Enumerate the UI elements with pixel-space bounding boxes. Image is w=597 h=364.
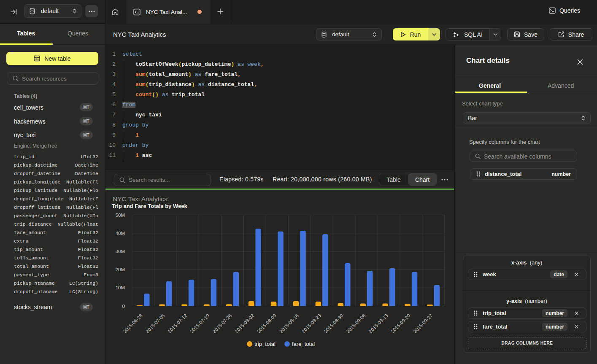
- svg-text:30M: 30M: [116, 249, 125, 254]
- svg-text:2015-08-09: 2015-08-09: [256, 313, 277, 334]
- svg-text:2015-07-12: 2015-07-12: [167, 313, 188, 334]
- svg-text:2015-07-19: 2015-07-19: [189, 313, 211, 334]
- svg-text:2015-07-26: 2015-07-26: [211, 313, 232, 334]
- svg-text:2015-08-02: 2015-08-02: [234, 313, 255, 334]
- svg-text:2015-09-20: 2015-09-20: [390, 313, 411, 334]
- svg-text:10M: 10M: [116, 285, 125, 290]
- svg-text:0: 0: [122, 304, 125, 309]
- svg-text:2015-06-28: 2015-06-28: [122, 313, 143, 334]
- svg-text:50M: 50M: [116, 213, 125, 218]
- svg-text:2015-09-13: 2015-09-13: [368, 313, 389, 334]
- svg-text:trip_total: trip_total: [254, 341, 276, 347]
- svg-text:2015-08-23: 2015-08-23: [301, 313, 322, 334]
- svg-text:2015-08-16: 2015-08-16: [278, 313, 300, 334]
- svg-text:fare_total: fare_total: [292, 341, 315, 347]
- svg-text:2015-09-06: 2015-09-06: [346, 313, 367, 334]
- svg-text:20M: 20M: [116, 267, 125, 272]
- svg-text:2015-07-05: 2015-07-05: [145, 313, 166, 334]
- svg-text:2015-08-30: 2015-08-30: [323, 313, 344, 334]
- svg-text:2015-09-27: 2015-09-27: [412, 313, 433, 334]
- svg-text:40M: 40M: [116, 231, 125, 236]
